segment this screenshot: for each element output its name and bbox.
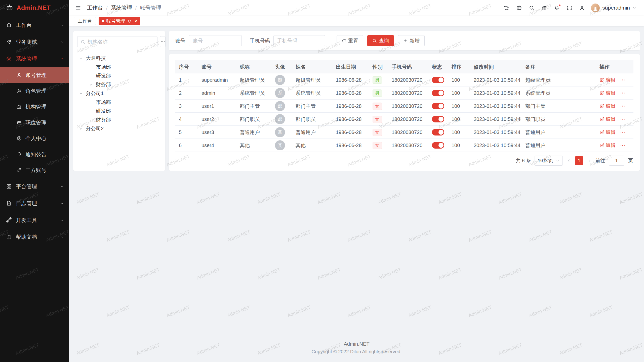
cell-nickname: 普通用户 bbox=[236, 126, 271, 139]
user-menu[interactable]: superadmin bbox=[591, 4, 636, 12]
app-logo-icon bbox=[6, 4, 14, 12]
sidebar-subitem-2-1[interactable]: 角色管理 bbox=[0, 83, 69, 99]
tab-1-active[interactable]: 账号管理× bbox=[99, 17, 140, 25]
sidebar-subitem-2-6[interactable]: 三方账号 bbox=[0, 162, 69, 178]
app-logo[interactable]: Admin.NET bbox=[0, 0, 69, 16]
menu-label: 开发工具 bbox=[16, 217, 37, 224]
cell-status bbox=[428, 126, 448, 139]
breadcrumb-item-system[interactable]: 系统管理 bbox=[111, 4, 132, 11]
cell-seq: 3 bbox=[175, 100, 198, 113]
row-more-button[interactable] bbox=[620, 77, 625, 83]
add-button[interactable]: 新增 bbox=[398, 35, 425, 46]
tree-caret-icon[interactable] bbox=[79, 92, 86, 96]
status-toggle[interactable] bbox=[432, 129, 444, 135]
tree-node-2[interactable]: 研发部 bbox=[77, 71, 161, 80]
cell-gender: 男 bbox=[369, 86, 388, 100]
tree-caret-icon[interactable] bbox=[79, 127, 86, 131]
breadcrumb-item-workbench[interactable]: 工作台 bbox=[87, 4, 103, 11]
tree-node-8[interactable]: 分公司2 bbox=[77, 124, 161, 133]
refresh-icon[interactable] bbox=[128, 19, 132, 23]
status-toggle[interactable] bbox=[432, 77, 444, 83]
row-more-button[interactable] bbox=[620, 116, 625, 122]
sidebar-subitem-2-0[interactable]: 账号管理 bbox=[0, 67, 69, 83]
breadcrumb-separator: / bbox=[106, 5, 108, 11]
edit-button[interactable]: 编辑 bbox=[599, 129, 615, 135]
tree-node-6[interactable]: 研发部 bbox=[77, 107, 161, 115]
cell-actions: 编辑 bbox=[596, 113, 633, 126]
footer: Admin.NET Copyright © 2022 Dilon All rig… bbox=[73, 335, 640, 362]
tree-node-4[interactable]: 分公司1 bbox=[77, 89, 161, 98]
edit-icon bbox=[599, 143, 604, 148]
row-more-button[interactable] bbox=[620, 103, 625, 109]
tree-caret-icon[interactable] bbox=[89, 83, 96, 87]
topbar-right: superadmin bbox=[504, 4, 636, 12]
sidebar-subitem-2-2[interactable]: 机构管理 bbox=[0, 99, 69, 115]
user-name: superadmin bbox=[602, 5, 630, 11]
edit-button[interactable]: 编辑 bbox=[599, 103, 615, 109]
edit-button-label: 编辑 bbox=[606, 77, 615, 83]
tree-label: 分公司2 bbox=[86, 125, 104, 132]
user-icon[interactable] bbox=[579, 5, 585, 11]
row-more-button[interactable] bbox=[620, 143, 625, 148]
row-more-button[interactable] bbox=[620, 129, 625, 135]
sidebar-item-4[interactable]: 日志管理 bbox=[0, 195, 69, 212]
sidebar-subitem-2-5[interactable]: 通知公告 bbox=[0, 146, 69, 162]
query-button[interactable]: 查询 bbox=[367, 35, 394, 46]
sidebar-item-3[interactable]: 平台管理 bbox=[0, 178, 69, 195]
cell-sort: 100 bbox=[448, 126, 470, 139]
page-number-1[interactable]: 1 bbox=[575, 156, 583, 165]
table-row: 2admin系统管理员系系统管理员1986-06-28男180200307201… bbox=[175, 86, 633, 100]
org-more-button[interactable] bbox=[160, 36, 166, 47]
next-page-button[interactable] bbox=[587, 158, 592, 163]
tree-node-7[interactable]: 财务部 bbox=[77, 115, 161, 124]
tree-node-5[interactable]: 市场部 bbox=[77, 98, 161, 107]
sidebar-subitem-2-4[interactable]: 个人中心 bbox=[0, 130, 69, 146]
cell-nickname: 部门职员 bbox=[236, 113, 271, 126]
prev-page-button[interactable] bbox=[567, 158, 571, 163]
edit-button[interactable]: 编辑 bbox=[599, 142, 615, 149]
bell-icon[interactable] bbox=[554, 5, 560, 11]
search-icon[interactable] bbox=[529, 5, 535, 11]
sidebar-item-2[interactable]: 系统管理 bbox=[0, 50, 69, 67]
cell-modify-time: 2023-01-03 10:59:44 bbox=[470, 73, 522, 86]
tools-icon bbox=[6, 217, 12, 223]
row-more-button[interactable] bbox=[620, 90, 625, 96]
reset-button[interactable]: 重置 bbox=[337, 35, 363, 46]
org-search-input[interactable] bbox=[88, 39, 154, 45]
tree-node-3[interactable]: 财务部 bbox=[77, 80, 161, 89]
sidebar-item-0[interactable]: 工作台 bbox=[0, 17, 69, 33]
tree-caret-icon bbox=[89, 109, 96, 113]
collapse-sidebar-icon[interactable] bbox=[75, 5, 81, 11]
sidebar-subitem-2-3[interactable]: 职位管理 bbox=[0, 115, 69, 130]
home-icon bbox=[6, 22, 12, 28]
goto-page-input[interactable] bbox=[609, 156, 624, 166]
fullscreen-icon[interactable] bbox=[567, 5, 572, 11]
tree-label: 市场部 bbox=[96, 64, 111, 70]
status-toggle[interactable] bbox=[432, 103, 444, 109]
table-row: 1superadmin超级管理员超超级管理员1986-06-28男1802003… bbox=[175, 73, 633, 86]
tree-node-0[interactable]: 大名科技 bbox=[77, 54, 161, 63]
cell-name: 普通用户 bbox=[292, 126, 332, 139]
edit-button[interactable]: 编辑 bbox=[599, 90, 615, 96]
tree-node-1[interactable]: 市场部 bbox=[77, 63, 161, 71]
status-toggle[interactable] bbox=[432, 142, 444, 149]
sidebar-item-5[interactable]: 开发工具 bbox=[0, 212, 69, 229]
gift-icon[interactable] bbox=[541, 5, 547, 11]
edit-button[interactable]: 编辑 bbox=[599, 77, 615, 83]
sidebar-menu: 工作台业务测试系统管理账号管理角色管理机构管理职位管理个人中心通知公告三方账号平… bbox=[0, 16, 69, 245]
close-icon[interactable]: × bbox=[134, 19, 137, 24]
status-toggle[interactable] bbox=[432, 116, 444, 122]
edit-button[interactable]: 编辑 bbox=[599, 116, 615, 122]
more-icon bbox=[160, 39, 165, 44]
status-toggle[interactable] bbox=[432, 90, 444, 96]
phone-input[interactable] bbox=[273, 35, 325, 46]
tab-0[interactable]: 工作台 bbox=[74, 17, 96, 25]
page-size-select[interactable]: 10条/页 bbox=[535, 156, 563, 166]
font-size-icon[interactable] bbox=[504, 5, 509, 11]
language-icon[interactable] bbox=[516, 5, 522, 11]
sidebar-item-1[interactable]: 业务测试 bbox=[0, 33, 69, 50]
tree-caret-icon[interactable] bbox=[79, 56, 86, 60]
sidebar-item-6[interactable]: 帮助文档 bbox=[0, 229, 69, 245]
account-input[interactable] bbox=[189, 35, 242, 46]
cell-sort: 100 bbox=[448, 86, 470, 100]
